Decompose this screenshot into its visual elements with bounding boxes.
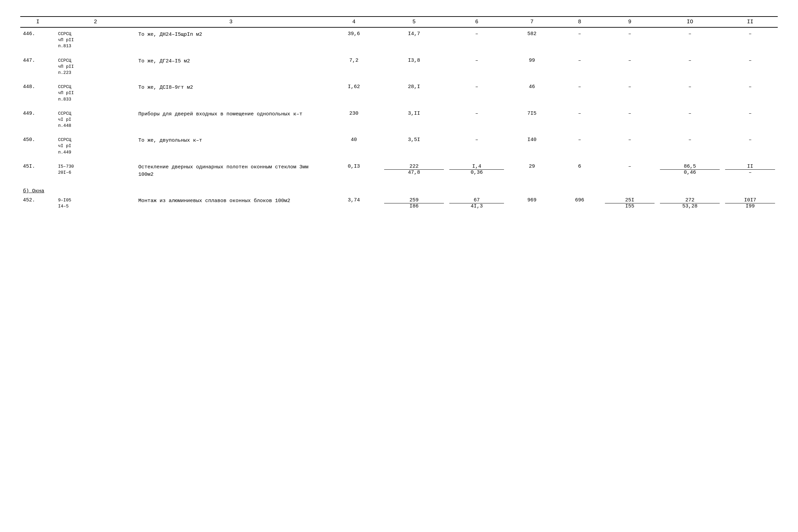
row-col5: I3,8	[382, 56, 447, 78]
row-col8: –	[557, 27, 602, 52]
col-header-2: 2	[55, 17, 136, 27]
row-col7: 99	[507, 56, 557, 78]
row-number: 448.	[20, 82, 55, 104]
row-col4: 39,6	[326, 27, 381, 52]
col-header-5: 5	[382, 17, 447, 27]
row-col10: –	[657, 109, 722, 131]
row-col4: 230	[326, 109, 381, 131]
table-row: 447.ССРСЦ чП рII п.223То же, ДГ24–I5 м27…	[20, 56, 778, 78]
row-col7: 969	[507, 195, 557, 211]
row-col5: 3,II	[382, 109, 447, 131]
row-col6: –	[447, 82, 507, 104]
row-col11: –	[722, 135, 778, 157]
row-col8: –	[557, 56, 602, 78]
row-col5: 28,I	[382, 82, 447, 104]
row-number: 449.	[20, 109, 55, 131]
section-row: б) Окна	[20, 185, 778, 195]
table-row: 45I.I5–730 20I–6Остекление дверных одина…	[20, 162, 778, 181]
col-header-8: 8	[557, 17, 602, 27]
row-reference: I5–730 20I–6	[55, 162, 136, 181]
row-col6: 674I,3	[447, 195, 507, 211]
row-col10: –	[657, 56, 722, 78]
row-col7: 46	[507, 82, 557, 104]
row-description: То же, ДГ24–I5 м2	[136, 56, 327, 78]
row-description: То же, двупольных к–т	[136, 135, 327, 157]
row-reference: 9–I05 I4–5	[55, 195, 136, 211]
row-col5: 22247,8	[382, 162, 447, 181]
spacer-row	[20, 131, 778, 135]
row-col7: 7I5	[507, 109, 557, 131]
row-col11: –	[722, 27, 778, 52]
row-col9: –	[602, 82, 657, 104]
col-header-4: 4	[326, 17, 381, 27]
row-col4: 7,2	[326, 56, 381, 78]
row-col4: I,62	[326, 82, 381, 104]
row-number: 450.	[20, 135, 55, 157]
row-description: Остекление дверных одинарных полотен око…	[136, 162, 327, 181]
row-col9: –	[602, 109, 657, 131]
col-header-7: 7	[507, 17, 557, 27]
spacer-row	[20, 181, 778, 185]
row-col6: –	[447, 56, 507, 78]
row-col5: I4,7	[382, 27, 447, 52]
row-col10: 27253,28	[657, 195, 722, 211]
table-row: 448.ССРСЦ чП рII п.833То же, ДСI8–9гт м2…	[20, 82, 778, 104]
row-col7: 29	[507, 162, 557, 181]
row-col5: 3,5I	[382, 135, 447, 157]
row-col8: –	[557, 82, 602, 104]
spacer-row	[20, 78, 778, 82]
row-reference: ССРСЦ чП рII п.223	[55, 56, 136, 78]
col-header-9: 9	[602, 17, 657, 27]
table-row: 452.9–I05 I4–5Монтаж из алюминиевых спла…	[20, 195, 778, 211]
table-row: 450.ССРСЦ чI рI п.449То же, двупольных к…	[20, 135, 778, 157]
col-header-3: 3	[136, 17, 327, 27]
row-col11: –	[722, 82, 778, 104]
row-col11: I0I7I99	[722, 195, 778, 211]
main-table: I 2 3 4 5 6 7 8 9 IO II 446.ССРСЦ чП рII…	[20, 16, 778, 211]
table-row: 446.ССРСЦ чП рII п.813То же, ДН24–I5щрIп…	[20, 27, 778, 52]
row-number: 446.	[20, 27, 55, 52]
row-col9: –	[602, 162, 657, 181]
row-col8: –	[557, 135, 602, 157]
row-col5: 259I86	[382, 195, 447, 211]
col-header-10: IO	[657, 17, 722, 27]
row-col8: 696	[557, 195, 602, 211]
row-description: Приборы для дверей входных в помещение о…	[136, 109, 327, 131]
row-number: 45I.	[20, 162, 55, 181]
column-header-row: I 2 3 4 5 6 7 8 9 IO II	[20, 17, 778, 27]
row-col7: 582	[507, 27, 557, 52]
spacer-row	[20, 104, 778, 109]
col-header-1: I	[20, 17, 55, 27]
row-col6: I,40,36	[447, 162, 507, 181]
spacer-row	[20, 157, 778, 162]
row-col4: 40	[326, 135, 381, 157]
table-row: 449.ССРСЦ чI рI п.448Приборы для дверей …	[20, 109, 778, 131]
section-label: б) Окна	[20, 185, 778, 195]
row-col6: –	[447, 27, 507, 52]
row-col7: I40	[507, 135, 557, 157]
row-col4: 0,I3	[326, 162, 381, 181]
row-description: То же, ДСI8–9гт м2	[136, 82, 327, 104]
row-col11: –	[722, 109, 778, 131]
row-col9: –	[602, 27, 657, 52]
row-col9: –	[602, 135, 657, 157]
row-col10: –	[657, 27, 722, 52]
row-col10: 86,50,46	[657, 162, 722, 181]
row-reference: ССРСЦ чП рII п.833	[55, 82, 136, 104]
row-col8: 6	[557, 162, 602, 181]
row-reference: ССРСЦ чI рI п.449	[55, 135, 136, 157]
col-header-11: II	[722, 17, 778, 27]
row-col9: –	[602, 56, 657, 78]
row-number: 452.	[20, 195, 55, 211]
row-reference: ССРСЦ чП рII п.813	[55, 27, 136, 52]
row-col11: –	[722, 56, 778, 78]
spacer-row	[20, 52, 778, 56]
row-col6: –	[447, 135, 507, 157]
row-col9: 25II55	[602, 195, 657, 211]
row-col10: –	[657, 82, 722, 104]
row-reference: ССРСЦ чI рI п.448	[55, 109, 136, 131]
row-col4: 3,74	[326, 195, 381, 211]
row-col8: –	[557, 109, 602, 131]
row-col6: –	[447, 109, 507, 131]
row-description: То же, ДН24–I5щрIп м2	[136, 27, 327, 52]
